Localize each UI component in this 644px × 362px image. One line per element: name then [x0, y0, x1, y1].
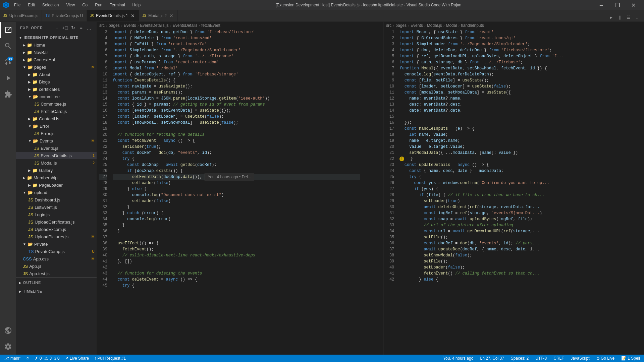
cursor-position[interactable]: Ln 27, Col 37: [479, 355, 505, 362]
bc-right-handleinputs[interactable]: handleInputs: [461, 23, 484, 28]
extensions-icon[interactable]: [0, 86, 16, 102]
menu-run[interactable]: Run: [92, 0, 105, 10]
tab-private[interactable]: TS PrivateComp.js U: [42, 10, 87, 21]
split-button[interactable]: ∥: [616, 13, 624, 21]
sidebar-item-events-js[interactable]: JS Events.js: [16, 144, 97, 152]
bc-eventsdetails-js[interactable]: EventsDetails.js: [140, 23, 168, 28]
sidebar-item-listevent-js[interactable]: JS ListEvent.js: [16, 203, 97, 211]
bc-right-modal-js[interactable]: Modal.js: [427, 23, 442, 28]
menu-view[interactable]: View: [63, 0, 77, 10]
bc-events[interactable]: Events: [124, 23, 136, 28]
code-editor-right[interactable]: 123 456 789 101112 131415 161718 192021 …: [383, 29, 644, 355]
sidebar-item-app-js[interactable]: JS App.js: [16, 262, 97, 270]
sidebar-item-navbar[interactable]: ▶ 📁 NavBar: [16, 49, 97, 56]
tab-eventsdetails-close[interactable]: ✕: [130, 13, 136, 18]
js-file-icon: JS: [28, 234, 33, 239]
bc-right-modal[interactable]: Modal: [446, 23, 457, 28]
sidebar-item-pages[interactable]: ▼ 📂 pages M: [16, 63, 97, 71]
new-folder-icon[interactable]: +□: [62, 24, 68, 31]
error-count[interactable]: ✗ 0 ⚠ 3 ℹ 0: [34, 355, 61, 362]
sidebar-item-contextapi[interactable]: ▶ 📁 ContextApi: [16, 56, 97, 63]
sidebar-item-eventsdetails-js[interactable]: JS EventsDetails.js 1: [16, 152, 97, 159]
outline-header[interactable]: ▶ OUTLINE: [16, 279, 97, 286]
sidebar-item-privatecomp-ts[interactable]: TS PrivateComp.js U: [16, 248, 97, 255]
branch-indicator[interactable]: ⎇ main*: [3, 355, 22, 362]
sidebar-item-modal-js[interactable]: JS Modal.js 2: [16, 159, 97, 167]
bc-src[interactable]: src: [99, 23, 105, 28]
explorer-icon[interactable]: [0, 22, 16, 38]
bc-right-src[interactable]: src: [386, 23, 391, 28]
refresh-icon[interactable]: ↻: [70, 24, 76, 31]
menu-help[interactable]: Help: [130, 0, 144, 10]
sidebar-item-uploadpictures-js[interactable]: JS UploadPictures.js M: [16, 233, 97, 240]
search-icon[interactable]: [0, 38, 16, 54]
sidebar-item-login-js[interactable]: JS Login.js: [16, 211, 97, 218]
close-button[interactable]: ✕: [626, 0, 641, 10]
sidebar-item-gallery[interactable]: ▶ 📁 Gallery: [16, 167, 97, 174]
sidebar-item-apptest-js[interactable]: JS App.test.js: [16, 270, 97, 277]
remote-explorer-icon[interactable]: [0, 322, 16, 339]
sidebar-item-uploadexcom-js[interactable]: JS UploadExcom.js: [16, 226, 97, 233]
sidebar-item-upload[interactable]: ▼ 📂 upload: [16, 189, 97, 196]
pull-request-button[interactable]: ↑ Pull Request #1: [93, 355, 127, 362]
live-share-button[interactable]: ↗ Live Share: [64, 355, 90, 362]
editors-row: src › pages › Events › EventsDetails.js …: [97, 22, 644, 355]
bc-fetchevent[interactable]: fetchEvent: [201, 23, 220, 28]
activity-bar: 16: [0, 22, 16, 355]
encoding-button[interactable]: UTF-8: [534, 355, 548, 362]
sidebar-item-membership[interactable]: ▶ 📁 Membership: [16, 174, 97, 181]
maximize-button[interactable]: ❐: [610, 0, 625, 10]
indentation[interactable]: Spaces: 2: [509, 355, 530, 362]
sidebar-item-home[interactable]: ▶ 📁 Home: [16, 41, 97, 49]
sidebar-item-private[interactable]: ▼ 📂 Private: [16, 240, 97, 248]
tab-modal[interactable]: JS Modal.js 2 ✕: [139, 10, 178, 21]
tree-root[interactable]: ▼ IEEESBN ITP-OFFICIAL-SITE: [16, 34, 97, 41]
sidebar-title: EXPLORER: [20, 26, 43, 30]
menu-selection[interactable]: Selection: [40, 0, 61, 10]
run-button[interactable]: ▶: [607, 13, 615, 21]
file-tree: ▼ IEEESBN ITP-OFFICIAL-SITE ▶ 📁 Home ▶ 📁…: [16, 34, 97, 355]
source-control-icon[interactable]: 16: [0, 54, 16, 70]
new-file-icon[interactable]: +: [54, 24, 60, 31]
tab-eventsdetails[interactable]: JS EventsDetails.js 1 ✕: [87, 10, 139, 21]
menu-file[interactable]: File: [11, 0, 23, 10]
sidebar-item-dashboard-js[interactable]: JS Dashboard.js: [16, 196, 97, 203]
minimize-button[interactable]: ━: [594, 0, 609, 10]
menu-terminal[interactable]: Terminal: [107, 0, 127, 10]
sidebar-item-blogs[interactable]: ▶ 📁 Blogs: [16, 78, 97, 85]
layout-button[interactable]: ☱: [625, 13, 633, 21]
more-icon[interactable]: …: [86, 24, 93, 31]
more-actions-button[interactable]: …: [633, 13, 641, 21]
bc-eventsdetails[interactable]: EventsDetails: [173, 23, 197, 28]
sidebar-item-certificates[interactable]: ▶ 📁 certificates: [16, 85, 97, 93]
collapse-icon[interactable]: ≡: [78, 24, 85, 31]
spell-check[interactable]: 📝 1 Spell: [620, 355, 641, 362]
go-live-button[interactable]: ⊙ Go Live: [595, 355, 616, 362]
bc-right-pages[interactable]: pages: [395, 23, 407, 28]
run-debug-icon[interactable]: [0, 70, 16, 86]
sidebar-item-committee-js[interactable]: JS Committee.js: [16, 100, 97, 108]
sidebar-item-uploadcerts-js[interactable]: JS UploadCertificates.js: [16, 218, 97, 226]
menu-go[interactable]: Go: [79, 0, 90, 10]
language-mode-button[interactable]: JavaScript: [570, 355, 591, 362]
sync-button[interactable]: ↻: [25, 355, 31, 362]
sidebar-item-error-js[interactable]: JS Error.js: [16, 130, 97, 137]
line-ending-button[interactable]: CRLF: [552, 355, 565, 362]
settings-icon[interactable]: [0, 339, 16, 355]
sidebar-item-contactus[interactable]: ▶ 📁 ContactUs: [16, 115, 97, 122]
tab-upload[interactable]: JS UploadExcom.js: [0, 10, 42, 21]
sidebar-item-app-css[interactable]: CSS App.css M: [16, 255, 97, 262]
bc-pages[interactable]: pages: [109, 23, 120, 28]
sidebar-item-error[interactable]: ▼ 📂 Error: [16, 122, 97, 130]
sidebar-item-pageloader[interactable]: ▶ 📁 PageLoader: [16, 181, 97, 189]
tab-modal-close[interactable]: ✕: [169, 13, 174, 18]
bc-right-events[interactable]: Events: [411, 23, 423, 28]
timeline-header[interactable]: ▶ TIMELINE: [16, 288, 97, 295]
sidebar-item-events[interactable]: ▼ 📂 Events M: [16, 137, 97, 144]
sidebar-item-about[interactable]: ▶ 📁 About: [16, 71, 97, 78]
code-editor-left[interactable]: 345 678 91011 121314 151617 181920 21222…: [97, 29, 383, 355]
folder-icon: 📂: [33, 138, 38, 143]
menu-edit[interactable]: Edit: [25, 0, 38, 10]
sidebar-item-committee[interactable]: ▼ 📂 committee: [16, 93, 97, 100]
sidebar-item-profilecard[interactable]: JS ProfileCard.js: [16, 108, 97, 115]
